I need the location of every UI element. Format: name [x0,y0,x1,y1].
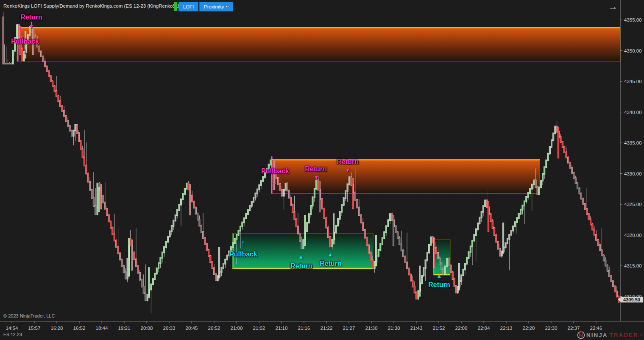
time-tick-label: 21:38 [388,326,400,331]
time-tick-label: 21:02 [253,326,265,331]
time-tick-label: 20:08 [141,326,153,331]
time-tick-label: 22:20 [523,326,535,331]
supply-zone [17,28,620,61]
pullback-annotation: Pullback [229,251,257,258]
time-tick-label: 21:00 [231,326,243,331]
return-annotation: Return [337,158,359,166]
time-tick-label: 22:04 [478,326,490,331]
price-tick-label: 4340.00 [624,110,642,115]
pullback-annotation: Pullback [11,38,39,45]
arrow-up-icon: ↑ [241,238,245,248]
time-tick-label: 16:52 [73,326,86,331]
time-tick-label: 22:46 [590,326,602,331]
pullback-annotation: Pullback [261,167,289,175]
time-tick-label: 21:30 [365,326,378,331]
arrow-down-icon: ↓ [273,176,278,186]
price-tick-label: 4330.00 [624,171,642,176]
price-tick-label: 4320.00 [624,233,642,238]
time-tick-label: 21:22 [321,326,333,331]
triangle-up-icon: ▲ [298,254,304,260]
current-price-label: 4309.50 [623,297,640,302]
ninjatrader-chart-window: 4355.004350.004345.004340.004335.004330.… [0,0,644,340]
return-annotation: Return [290,262,312,270]
time-tick-label: 22:37 [568,326,580,331]
price-tick-label: 4355.00 [624,17,642,22]
time-tick-label: 18:44 [96,326,108,331]
price-tick-label: 4345.00 [624,79,642,84]
triangle-down-icon: ▼ [29,23,34,30]
return-annotation: Return [305,165,327,173]
time-tick-label: 22:30 [545,326,558,331]
time-tick-label: 21:16 [298,326,310,331]
time-tick-label: 20:33 [163,326,176,331]
price-tick-label: 4335.00 [624,140,642,145]
time-tick-label: 21:52 [433,326,445,331]
arrow-down-icon: ↓ [23,46,28,56]
supply-zone-top-border [271,159,540,160]
return-annotation: Return [20,14,42,21]
time-tick-label: 20:45 [186,326,198,331]
price-tick-label: 4325.00 [624,202,642,207]
price-tick-label: 4315.00 [624,263,642,268]
time-tick-label: 21:43 [410,326,423,331]
time-tick-label: 22:00 [455,326,468,331]
time-tick-label: 16:28 [51,326,63,331]
supply-zone-top-border [17,27,620,28]
time-tick-label: 15:57 [28,326,41,331]
supply-zone [271,160,540,194]
price-tick-label: 4350.00 [624,48,642,53]
time-tick-label: 21:10 [276,326,288,331]
triangle-down-icon: ▼ [345,167,351,173]
supply-demand-zones [17,24,620,275]
triangle-up-icon: ▲ [437,273,442,279]
return-annotation: Return [320,260,342,268]
return-annotation: Return [428,281,450,289]
time-tick-label: 20:52 [208,326,220,331]
time-tick-label: 14:54 [6,326,18,331]
time-tick-label: 21:27 [343,326,355,331]
triangle-down-icon: ▼ [314,174,319,181]
time-tick-label: 19:21 [118,326,131,331]
triangle-up-icon: ▲ [328,251,333,258]
demand-zone [433,240,450,275]
current-price-marker: 4309.50 [618,297,643,302]
time-tick-label: 22:13 [500,326,513,331]
